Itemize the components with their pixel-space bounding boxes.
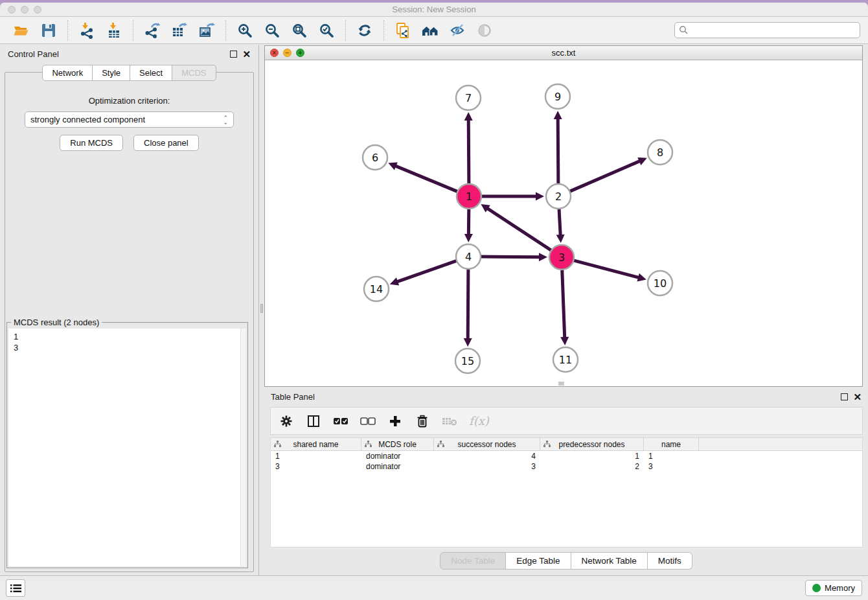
column-header-name[interactable]: name (644, 438, 699, 450)
table-settings-button[interactable] (279, 413, 294, 429)
function-builder-button[interactable]: f(x) (469, 414, 489, 428)
tab-mcds[interactable]: MCDS (172, 65, 216, 81)
column-header-shared-name[interactable]: shared name (271, 438, 361, 450)
copy-network-button[interactable] (393, 21, 413, 40)
minimize-window-button[interactable] (21, 6, 29, 14)
zoom-selected-button[interactable] (317, 21, 336, 40)
table-row[interactable]: 1 dominator 4 1 1 (271, 451, 862, 461)
create-column-button[interactable] (387, 413, 403, 429)
graph-edge-2-3[interactable] (559, 207, 560, 236)
cell-shared-name[interactable]: 1 (271, 451, 361, 461)
graph-edge-3-11[interactable] (562, 268, 565, 338)
cell-predecessor-nodes[interactable]: 2 (540, 461, 644, 472)
graph-edge-3-1[interactable] (487, 208, 553, 251)
table-row[interactable]: 3 dominator 3 2 3 (271, 461, 862, 472)
graph-node-15[interactable]: 15 (455, 349, 480, 373)
hide-style-button[interactable] (448, 21, 467, 40)
zoom-in-button[interactable] (235, 21, 255, 40)
criterion-select[interactable]: strongly connected component ⌃⌃ (25, 111, 234, 128)
graph-edge-4-3[interactable] (479, 257, 540, 257)
select-all-columns-button[interactable] (333, 413, 348, 429)
column-header-successor-nodes[interactable]: successor nodes (434, 438, 540, 450)
graph-node-11[interactable]: 11 (553, 347, 578, 372)
import-network-button[interactable] (77, 21, 97, 40)
run-mcds-button[interactable]: Run MCDS (60, 135, 123, 151)
graph-edge-arrowhead (464, 234, 473, 242)
graph-node-6[interactable]: 6 (363, 145, 387, 170)
column-header-predecessor-nodes[interactable]: predecessor nodes (540, 438, 644, 450)
float-panel-icon[interactable] (230, 51, 237, 58)
zoom-fit-button[interactable] (290, 21, 309, 40)
delete-table-button[interactable] (442, 413, 457, 429)
task-history-button[interactable] (6, 579, 25, 597)
close-panel-button[interactable]: Close panel (133, 135, 199, 151)
graph-node-14[interactable]: 14 (364, 277, 389, 301)
export-image-button[interactable] (197, 21, 216, 40)
graph-edge-2-8[interactable] (568, 161, 641, 192)
tab-network-table[interactable]: Network Table (571, 552, 648, 570)
close-window-button[interactable] (8, 6, 16, 14)
mcds-result-text[interactable]: 1 3 (8, 329, 246, 566)
network-window-titlebar[interactable]: × − + scc.txt (265, 46, 862, 60)
graph-edge-4-15[interactable] (468, 267, 468, 340)
tab-style[interactable]: Style (93, 65, 130, 81)
float-table-panel-icon[interactable] (841, 393, 848, 400)
export-network-button[interactable] (143, 21, 162, 40)
canvas-hscroll-thumb[interactable] (558, 382, 564, 386)
refresh-view-button[interactable] (355, 21, 374, 40)
graph-edge-3-10[interactable] (571, 260, 639, 278)
network-maximize-button[interactable]: + (296, 49, 304, 57)
zoom-selected-icon (318, 22, 335, 39)
tab-edge-table[interactable]: Edge Table (506, 552, 571, 570)
cell-predecessor-nodes[interactable]: 1 (540, 451, 644, 461)
column-header-mcds-role[interactable]: MCDS role (361, 438, 434, 450)
splitter-grip-icon[interactable] (260, 304, 263, 313)
network-canvas[interactable]: 1234678910111415 (265, 60, 862, 386)
graph-node-10[interactable]: 10 (648, 271, 672, 295)
cell-successor-nodes[interactable]: 4 (434, 451, 540, 461)
tab-network[interactable]: Network (42, 65, 93, 81)
graph-node-4[interactable]: 4 (456, 244, 481, 269)
search-icon (679, 25, 689, 35)
zoom-window-button[interactable] (34, 6, 41, 14)
cell-shared-name[interactable]: 3 (271, 461, 361, 472)
show-all-networks-button[interactable] (420, 21, 440, 40)
graph-node-7[interactable]: 7 (456, 86, 481, 110)
graph-node-1[interactable]: 1 (457, 184, 481, 209)
save-session-button[interactable] (39, 21, 58, 40)
tab-select[interactable]: Select (130, 65, 172, 81)
toolbar-separator (133, 20, 133, 41)
graph-edge-1-6[interactable] (394, 166, 459, 192)
delete-column-button[interactable] (415, 413, 430, 429)
show-column-panel-button[interactable] (306, 413, 321, 429)
cell-successor-nodes[interactable]: 3 (434, 461, 540, 472)
panel-splitter[interactable] (259, 45, 264, 575)
export-table-button[interactable] (170, 21, 189, 40)
close-panel-icon[interactable]: ✕ (242, 51, 251, 58)
network-close-button[interactable]: × (270, 49, 279, 57)
open-file-button[interactable] (12, 21, 31, 40)
graph-edge-1-7[interactable] (468, 119, 469, 186)
tab-node-table[interactable]: Node Table (440, 552, 506, 570)
close-table-panel-icon[interactable]: ✕ (853, 393, 862, 400)
network-minimize-button[interactable]: − (283, 49, 291, 57)
unselect-all-columns-button[interactable] (360, 413, 376, 429)
cell-name[interactable]: 1 (644, 451, 699, 461)
graph-node-3[interactable]: 3 (549, 245, 574, 270)
cell-mcds-role[interactable]: dominator (361, 461, 434, 472)
zoom-out-button[interactable] (262, 21, 282, 40)
tab-motifs[interactable]: Motifs (648, 552, 692, 570)
cell-mcds-role[interactable]: dominator (361, 451, 434, 461)
graph-node-8[interactable]: 8 (648, 140, 672, 165)
search-field[interactable] (674, 22, 860, 38)
graph-node-9[interactable]: 9 (545, 84, 570, 109)
cell-name[interactable]: 3 (644, 461, 699, 472)
memory-button[interactable]: Memory (805, 580, 862, 596)
search-input[interactable] (689, 25, 856, 35)
graph-edge-2-9[interactable] (558, 118, 558, 186)
disabled-eye-button[interactable] (475, 21, 494, 40)
import-table-button[interactable] (104, 21, 124, 40)
graph-node-2[interactable]: 2 (546, 184, 571, 209)
result-scrollbar[interactable] (240, 329, 246, 566)
graph-edge-4-14[interactable] (396, 260, 459, 282)
